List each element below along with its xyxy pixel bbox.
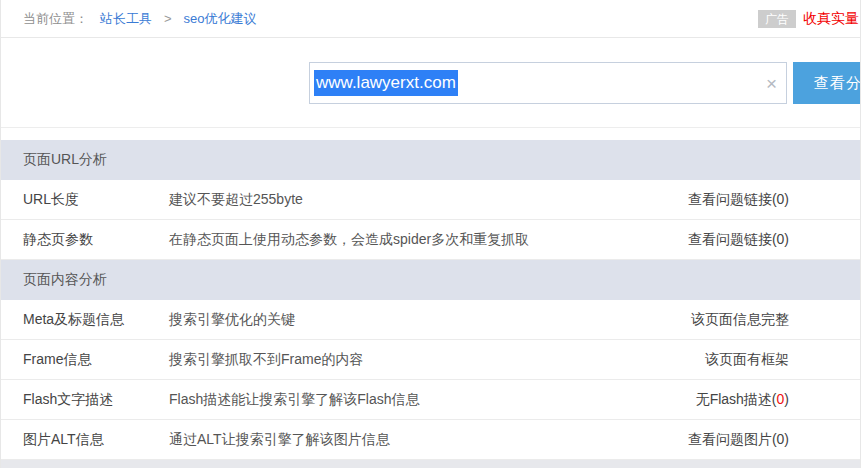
analyze-button[interactable]: 查看分析 [793, 62, 861, 104]
section-header-row: 页面内容分析 [1, 260, 860, 300]
row-description: 搜索引擎抓取不到Frame的内容 [169, 351, 705, 369]
seo-analysis-page: 当前位置： 站长工具 > seo优化建议 广告 收真实量 www.lawyerx… [0, 0, 861, 468]
row-value-link[interactable]: 查看问题链接(0) [688, 231, 860, 249]
table-row: URL长度建议不要超过255byte查看问题链接(0) [1, 180, 860, 220]
table-row: 静态页参数在静态页面上使用动态参数，会造成spider多次和重复抓取查看问题链接… [1, 220, 860, 260]
row-description: 搜索引擎优化的关键 [169, 311, 691, 329]
section-header-row: 页面URL分析 [1, 140, 860, 180]
row-description: Flash描述能让搜索引擎了解该Flash信息 [169, 391, 696, 409]
search-section: www.lawyerxt.com × 查看分析 [1, 38, 860, 128]
table-row: Frame信息搜索引擎抓取不到Frame的内容该页面有框架 [1, 340, 860, 380]
row-value: 该页面信息完整 [691, 311, 860, 329]
breadcrumb-separator: > [164, 11, 172, 26]
section-gap [1, 128, 860, 140]
row-value: 无Flash描述(0) [696, 391, 860, 409]
table-row: Meta及标题信息搜索引擎优化的关键该页面信息完整 [1, 300, 860, 340]
row-label: Meta及标题信息 [1, 311, 169, 329]
url-input-selected-text: www.lawyerxt.com [314, 70, 458, 95]
row-description: 建议不要超过255byte [169, 191, 688, 209]
row-label: Flash文字描述 [1, 391, 169, 409]
row-label: Frame信息 [1, 351, 169, 369]
clear-input-icon[interactable]: × [766, 74, 777, 93]
analysis-table: 页面URL分析URL长度建议不要超过255byte查看问题链接(0)静态页参数在… [1, 140, 860, 460]
row-label: 图片ALT信息 [1, 431, 169, 449]
row-label: 静态页参数 [1, 231, 169, 249]
breadcrumb-link-seo-advice[interactable]: seo优化建议 [184, 10, 257, 28]
row-value-link[interactable]: 查看问题链接(0) [688, 191, 860, 209]
url-input[interactable]: www.lawyerxt.com × [309, 62, 787, 104]
table-row: 图片ALT信息通过ALT让搜索引擎了解该图片信息查看问题图片(0) [1, 420, 860, 460]
row-value: 该页面有框架 [705, 351, 860, 369]
topbar-right: 广告 收真实量 [758, 0, 860, 38]
row-description: 通过ALT让搜索引擎了解该图片信息 [169, 431, 688, 449]
ad-badge: 广告 [758, 10, 796, 28]
row-description: 在静态页面上使用动态参数，会造成spider多次和重复抓取 [169, 231, 688, 249]
row-label: URL长度 [1, 191, 169, 209]
table-row: Flash文字描述Flash描述能让搜索引擎了解该Flash信息无Flash描述… [1, 380, 860, 420]
breadcrumb: 当前位置： 站长工具 > seo优化建议 广告 收真实量 [1, 0, 860, 38]
next-section-header-partial [1, 460, 860, 468]
breadcrumb-label: 当前位置： [23, 10, 88, 28]
breadcrumb-link-webmaster-tools[interactable]: 站长工具 [100, 10, 152, 28]
ad-link[interactable]: 收真实量 [803, 10, 859, 28]
row-value-link[interactable]: 查看问题图片(0) [688, 431, 860, 449]
